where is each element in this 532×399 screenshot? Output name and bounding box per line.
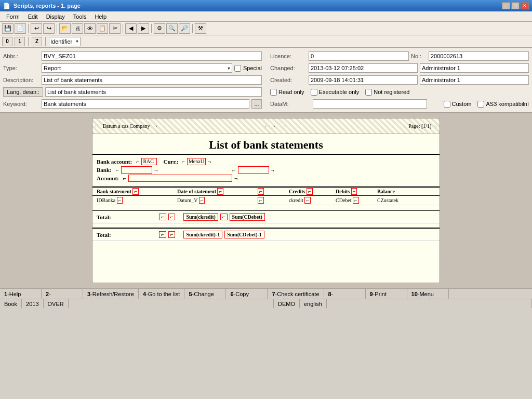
close-button[interactable]: ✕ bbox=[521, 2, 529, 9]
bottom-spacer bbox=[69, 299, 274, 308]
report-preview: ⌐ Datum a cas Company ¬ ⌐ ¬ ⌐ Page: [1/1… bbox=[0, 113, 532, 288]
keyword-input[interactable] bbox=[42, 99, 249, 109]
report-title-area: List of bank statements bbox=[92, 134, 440, 155]
grand-total-label: Total: bbox=[97, 232, 159, 238]
page-1-button[interactable]: 1 bbox=[15, 37, 25, 46]
open-button[interactable]: 📂 bbox=[59, 23, 71, 34]
total-bracket-l: ⌐ bbox=[159, 214, 166, 220]
changed-input[interactable] bbox=[309, 63, 418, 73]
keyword-dots-button[interactable]: ... bbox=[251, 99, 262, 109]
total-sum1: Sum(ckredit) bbox=[183, 213, 218, 221]
report-bottom bbox=[92, 241, 440, 283]
header-bracket-r1: ¬ bbox=[154, 123, 157, 129]
page-bracket-r: ¬ bbox=[433, 123, 436, 129]
header-spacer: ⌐ bbox=[161, 123, 268, 129]
tb-btn-5[interactable]: 📋 bbox=[97, 23, 108, 34]
form-area: Abbr.: Type: Report Special Description:… bbox=[0, 48, 532, 113]
abbr-label: Abbr.: bbox=[3, 53, 39, 59]
abbr-input[interactable] bbox=[42, 51, 262, 61]
bank-account-field: RAC bbox=[141, 158, 157, 165]
created-by-input[interactable] bbox=[420, 75, 529, 85]
readonly-checkbox[interactable] bbox=[270, 89, 277, 96]
account-label: Account: bbox=[97, 175, 119, 181]
f8-key[interactable]: 8- bbox=[324, 289, 366, 299]
col-debits: Debits ⌐ bbox=[336, 189, 377, 194]
lang-desc-button[interactable]: Lang. descr.: bbox=[3, 87, 43, 97]
type-label: Type: bbox=[3, 65, 39, 71]
menu-edit[interactable]: Edit bbox=[24, 12, 42, 21]
preview-button[interactable]: 👁 bbox=[84, 23, 96, 34]
f1-key[interactable]: 1-Help bbox=[0, 289, 42, 299]
nav-back-button[interactable]: ◀ bbox=[125, 23, 137, 34]
bottom-demo: DEMO bbox=[274, 299, 300, 308]
licence-label: Licence: bbox=[270, 53, 307, 59]
created-input[interactable] bbox=[309, 75, 418, 85]
find-button[interactable]: 🔎 bbox=[179, 23, 190, 34]
changed-by-input[interactable] bbox=[420, 63, 529, 73]
total-bracket-r: ⌐ bbox=[168, 214, 176, 220]
readonly-label: Read only bbox=[278, 89, 304, 95]
created-label: Created: bbox=[270, 77, 307, 83]
f9-key[interactable]: 9-Print bbox=[366, 289, 407, 299]
curr-label: Curr.: bbox=[163, 158, 178, 165]
as3-checkbox[interactable] bbox=[477, 101, 484, 108]
print-button[interactable]: 🖨 bbox=[72, 23, 83, 34]
f5-key[interactable]: 5-Change bbox=[184, 289, 226, 299]
datam-input[interactable] bbox=[313, 99, 427, 109]
field-idBanka: IDBanka ⌐ bbox=[97, 197, 177, 203]
type-select-wrapper[interactable]: Report bbox=[42, 63, 232, 73]
not-registered-checkbox[interactable] bbox=[365, 89, 372, 96]
maximize-button[interactable]: □ bbox=[511, 2, 520, 9]
f4-key[interactable]: 4-Go to the list bbox=[139, 289, 185, 299]
special-checkbox[interactable] bbox=[234, 65, 241, 72]
spacer-row bbox=[92, 205, 440, 210]
header-page: ⌐ Page: [1/1] ¬ bbox=[404, 123, 436, 129]
z-button[interactable]: Z bbox=[32, 37, 42, 46]
nav-forward-button[interactable]: ▶ bbox=[138, 23, 149, 34]
page-0-button[interactable]: 0 bbox=[2, 37, 12, 46]
total-sum2: Sum(CDebet) bbox=[230, 213, 265, 221]
report-page: ⌐ Datum a cas Company ¬ ⌐ ¬ ⌐ Page: [1/1… bbox=[92, 118, 440, 283]
search-button[interactable]: 🔍 bbox=[166, 23, 178, 34]
f10-key[interactable]: 10-Menu bbox=[407, 289, 449, 299]
menu-form[interactable]: Form bbox=[2, 12, 24, 21]
col-date-statement: Date of statement ⌐ bbox=[177, 189, 258, 194]
undo-button[interactable]: ↩ bbox=[31, 23, 42, 34]
minimize-button[interactable]: ─ bbox=[502, 2, 510, 9]
new-button[interactable]: 📄 bbox=[15, 23, 26, 34]
tb-btn-6[interactable]: ✂ bbox=[109, 23, 121, 34]
menu-display[interactable]: Display bbox=[42, 12, 69, 21]
custom-checkbox[interactable] bbox=[444, 101, 450, 108]
bottom-book: Book bbox=[0, 299, 22, 308]
lang-desc-input[interactable] bbox=[45, 87, 262, 97]
bank-field2 bbox=[238, 166, 269, 174]
f6-key[interactable]: 6-Copy bbox=[226, 289, 268, 299]
executable-checkbox[interactable] bbox=[311, 89, 317, 96]
type-select[interactable]: Report bbox=[42, 63, 232, 73]
f3-key[interactable]: 3-Refresh/Restore bbox=[83, 289, 139, 299]
identifier-select[interactable]: Identifier bbox=[49, 37, 81, 46]
data-row: IDBanka ⌐ Datum_V ⌐ ⌐ ckredit ⌐ CDebet ⌐… bbox=[92, 196, 440, 205]
custom-label: Custom bbox=[452, 101, 472, 107]
description-input[interactable] bbox=[42, 75, 262, 85]
total-row: Total: ⌐ ⌐ Sum(ckredit) ⌐ Sum(CDebet) bbox=[92, 210, 440, 223]
licence-input[interactable] bbox=[309, 51, 409, 61]
bank-label: Bank: bbox=[97, 167, 112, 173]
identifier-select-wrapper[interactable]: Identifier bbox=[49, 37, 81, 46]
bank-info-section: Bank account: ⌐ RAC Curr.: ⌐ MenaU ¬ Ban… bbox=[92, 155, 440, 187]
redo-button[interactable]: ↪ bbox=[43, 23, 55, 34]
field-spacer2: ⌐ bbox=[258, 197, 289, 203]
field-datum_v: Datum_V ⌐ bbox=[177, 197, 258, 203]
grand-total-sum1: Sum(ckredit)-1 bbox=[183, 231, 222, 238]
menu-help[interactable]: Help bbox=[90, 12, 111, 21]
menu-tools[interactable]: Tools bbox=[69, 12, 91, 21]
save-button[interactable]: 💾 bbox=[2, 23, 14, 34]
f2-key[interactable]: 2- bbox=[42, 289, 83, 299]
total-label: Total: bbox=[97, 214, 159, 220]
page-bracket-l: ⌐ bbox=[404, 123, 407, 129]
header-datetime: Datum a cas Company bbox=[103, 123, 150, 129]
f7-key[interactable]: 7-Check certificate bbox=[268, 289, 324, 299]
tools-button[interactable]: ⚒ bbox=[195, 23, 206, 34]
filter-button[interactable]: ⚙ bbox=[154, 23, 165, 34]
no-input[interactable] bbox=[429, 51, 529, 61]
